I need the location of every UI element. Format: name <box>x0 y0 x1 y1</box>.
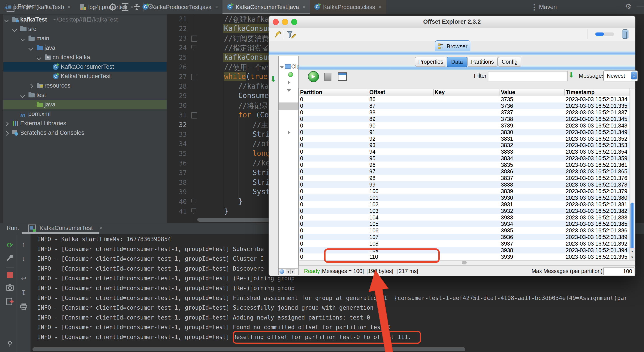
tree-item-main[interactable]: main <box>0 34 166 43</box>
filter-input[interactable] <box>488 71 568 81</box>
fold-marker-icon[interactable] <box>191 199 196 204</box>
table-row[interactable]: 010239312023-03-03 16:52:01.381 <box>299 201 630 208</box>
table-row[interactable]: 09238312023-03-03 16:52:01.352 <box>299 135 630 142</box>
column-header-key[interactable]: Key <box>435 88 445 96</box>
table-row[interactable]: 09438332023-03-03 16:52:01.354 <box>299 148 630 155</box>
max-messages-input[interactable]: 100 <box>604 268 634 275</box>
rerun-icon[interactable]: ⟳ <box>3 241 17 250</box>
tab-close-icon[interactable]: × <box>215 4 218 10</box>
fold-marker-icon[interactable] <box>191 45 196 50</box>
scroll-thumb[interactable] <box>462 261 467 264</box>
stop-icon[interactable] <box>7 272 13 278</box>
table-row[interactable]: 09938382023-03-03 16:52:01.378 <box>299 181 630 188</box>
table-row[interactable]: 010439332023-03-03 16:52:01.383 <box>299 214 630 221</box>
connection-icon[interactable] <box>273 30 282 39</box>
stepper-icon[interactable]: ▲ ▼ <box>631 72 637 79</box>
table-row[interactable]: 09838372023-03-03 16:52:01.376 <box>299 175 630 181</box>
table-row[interactable]: 09338322023-03-03 16:52:01.353 <box>299 142 630 148</box>
run-tab-label[interactable]: KafkaConsumerTest <box>40 225 93 232</box>
stop-icon[interactable] <box>324 73 332 81</box>
scroll-left-icon[interactable]: ◀ <box>286 269 290 274</box>
pin-icon[interactable] <box>3 340 17 349</box>
table-row[interactable]: 010539342023-03-03 16:52:01.385 <box>299 221 630 227</box>
tab-close-icon[interactable]: × <box>378 4 382 10</box>
trash-icon[interactable] <box>621 29 629 40</box>
up-stack-icon[interactable]: ↑ <box>17 241 30 248</box>
table-vertical-scrollbar[interactable]: ▲ ▼ <box>630 88 635 260</box>
edit-filter-icon[interactable] <box>287 29 296 40</box>
tree-mini-scrollbar[interactable]: ◀ ▶ <box>278 268 298 275</box>
fold-marker-icon[interactable] <box>191 74 197 80</box>
print-icon[interactable] <box>17 303 30 311</box>
messages-mode-dropdown[interactable]: Newest ▲ ▼ <box>603 70 638 81</box>
table-row[interactable]: 010839372023-03-03 16:52:01.392 <box>299 240 630 247</box>
messages-table[interactable]: PartitionOffsetKeyValueTimestamp 0863735… <box>298 88 630 260</box>
table-row[interactable]: 010139302023-03-03 16:52:01.380 <box>299 195 630 201</box>
table-row[interactable]: 010038392023-03-03 16:52:01.379 <box>299 188 630 195</box>
scroll-to-end-icon[interactable]: ↧ <box>17 289 30 297</box>
table-row[interactable]: 09638352023-03-03 16:52:01.361 <box>299 161 630 168</box>
run-tab-close-icon[interactable]: × <box>99 225 102 232</box>
tree-item-src[interactable]: src <box>0 24 166 34</box>
tab-close-icon[interactable]: × <box>68 4 71 10</box>
chevron-right-icon[interactable] <box>4 131 9 136</box>
table-row[interactable]: 08937382023-03-03 16:52:01.345 <box>299 116 630 122</box>
column-header-timestamp[interactable]: Timestamp <box>566 88 595 96</box>
table-row[interactable]: 010339322023-03-03 16:52:01.382 <box>299 208 630 214</box>
maven-hide-icon[interactable]: — <box>636 2 644 10</box>
tree-collapsed-icon[interactable] <box>288 81 290 84</box>
more-tabs-icon[interactable]: ⋮ <box>530 3 538 12</box>
table-row[interactable]: 08837372023-03-03 16:52:01.337 <box>299 109 630 116</box>
maven-settings-gear-icon[interactable]: ⚙ <box>625 2 632 11</box>
console-horizontal-scrollbar[interactable] <box>32 347 465 351</box>
table-row[interactable]: 09738362023-03-03 16:52:01.365 <box>299 168 630 175</box>
editor-tab-4[interactable]: CKafkaConsumerTest.java× <box>222 0 310 14</box>
table-row[interactable]: 09037392023-03-03 16:52:01.348 <box>299 122 630 129</box>
column-divider[interactable] <box>368 89 368 95</box>
tree-item-kafkaconsumertest[interactable]: CKafkaConsumerTest <box>0 62 166 72</box>
editor-tab-2[interactable]: log4j.properties× <box>75 0 138 14</box>
tab-close-icon[interactable]: × <box>302 4 306 10</box>
fold-marker-icon[interactable] <box>191 209 196 214</box>
chevron-down-icon[interactable] <box>36 56 41 60</box>
column-divider[interactable] <box>500 89 500 95</box>
scroll-right-icon[interactable]: ▶ <box>290 269 295 274</box>
table-row[interactable]: 09538342023-03-03 16:52:01.359 <box>299 155 630 161</box>
scroll-up-icon[interactable]: ▲ <box>630 248 634 254</box>
tree-clusters-label[interactable]: Clu <box>291 63 300 70</box>
refresh-arrow-icon[interactable]: ⬇ <box>568 71 574 79</box>
column-header-value[interactable]: Value <box>501 88 515 96</box>
table-row[interactable]: 010639352023-03-03 16:52:01.386 <box>299 227 630 234</box>
editor-tab-3[interactable]: CKafkaProducerTest.java× <box>138 0 222 14</box>
column-divider[interactable] <box>433 89 434 95</box>
tree-item-java[interactable]: java <box>0 100 166 109</box>
oe-title-bar[interactable]: Offset Explorer 2.3.2 <box>269 16 635 28</box>
subtab-partitions[interactable]: Partitions <box>467 57 498 67</box>
table-view-icon[interactable] <box>338 72 347 81</box>
scroll-down-icon[interactable]: ▼ <box>630 254 634 260</box>
tree-selected-row[interactable] <box>278 102 298 110</box>
tree-expanded-icon[interactable] <box>280 66 284 69</box>
tree-item-kafkaproducertest[interactable]: CKafkaProducerTest <box>0 72 166 81</box>
editor-tab-5[interactable]: CKafkaProducer.class× <box>310 0 386 14</box>
tree-collapsed-icon[interactable] <box>288 131 290 134</box>
table-row[interactable]: 09138302023-03-03 16:52:01.349 <box>299 129 630 135</box>
play-icon[interactable]: ▶ <box>308 71 319 82</box>
editor-tab-1[interactable]: mpom.xml (kafkaTest)× <box>0 0 75 14</box>
subtab-config[interactable]: Config <box>498 57 521 67</box>
chevron-down-icon[interactable] <box>20 37 25 41</box>
subtab-data[interactable]: Data <box>447 57 467 67</box>
scroll-thumb[interactable] <box>280 269 284 274</box>
oe-cluster-tree[interactable]: Clu ◀ ▶ <box>278 56 298 275</box>
chevron-down-icon[interactable] <box>28 46 33 51</box>
tree-item-cn-itcast-kafka[interactable]: cn.itcast.kafka <box>0 53 166 62</box>
chevron-right-icon[interactable] <box>28 84 33 88</box>
tab-close-icon[interactable]: × <box>131 4 134 10</box>
tree-item-resources[interactable]: resources <box>0 81 166 90</box>
table-row[interactable]: 08637352023-03-03 16:52:01.334 <box>299 96 630 102</box>
column-header-partition[interactable]: Partition <box>300 88 322 96</box>
table-row[interactable]: 010739362023-03-03 16:52:01.389 <box>299 234 630 240</box>
tree-item-external-libraries[interactable]: External Libraries <box>0 119 166 128</box>
table-row[interactable]: 08737362023-03-03 16:52:01.335 <box>299 102 630 109</box>
soft-wrap-icon[interactable]: ↩ <box>17 275 30 282</box>
